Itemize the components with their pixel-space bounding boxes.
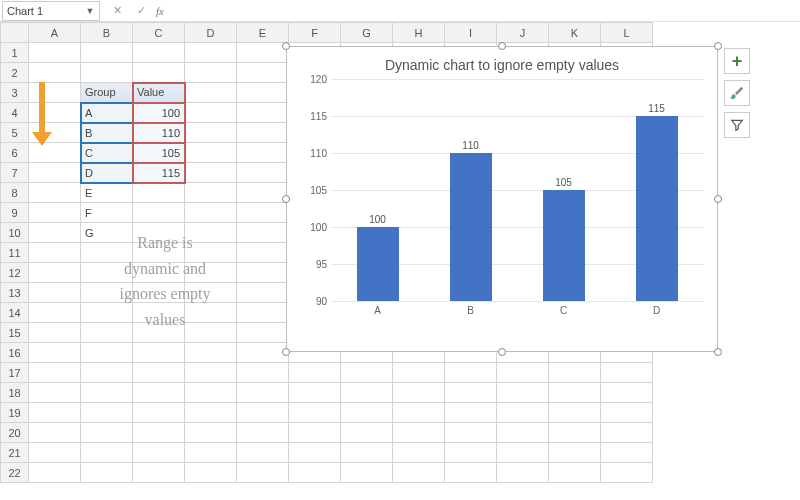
cell[interactable] <box>237 303 289 323</box>
row-header[interactable]: 5 <box>1 123 29 143</box>
cell[interactable] <box>81 63 133 83</box>
cell[interactable] <box>341 443 393 463</box>
cell[interactable] <box>497 403 549 423</box>
row-header[interactable]: 4 <box>1 103 29 123</box>
cell[interactable] <box>445 463 497 483</box>
cell[interactable] <box>289 403 341 423</box>
cell[interactable] <box>445 423 497 443</box>
cell[interactable]: F <box>81 203 133 223</box>
col-header[interactable]: D <box>185 23 237 43</box>
cell[interactable] <box>393 363 445 383</box>
fx-label[interactable]: fx <box>156 5 164 17</box>
cell[interactable] <box>133 423 185 443</box>
row-header[interactable]: 13 <box>1 283 29 303</box>
bar[interactable] <box>357 227 399 301</box>
resize-handle[interactable] <box>282 195 290 203</box>
cell[interactable] <box>29 443 81 463</box>
row-header[interactable]: 22 <box>1 463 29 483</box>
cell[interactable] <box>289 463 341 483</box>
cell[interactable] <box>81 403 133 423</box>
name-box[interactable]: Chart 1 ▼ <box>2 1 100 21</box>
cell[interactable] <box>185 423 237 443</box>
cell[interactable] <box>237 343 289 363</box>
row-header[interactable]: 20 <box>1 423 29 443</box>
row-header[interactable]: 10 <box>1 223 29 243</box>
resize-handle[interactable] <box>714 195 722 203</box>
cell[interactable] <box>445 443 497 463</box>
chevron-down-icon[interactable]: ▼ <box>85 6 95 16</box>
row-header[interactable]: 21 <box>1 443 29 463</box>
resize-handle[interactable] <box>282 42 290 50</box>
cell[interactable]: Value <box>133 83 185 103</box>
row-header[interactable]: 16 <box>1 343 29 363</box>
cell[interactable]: 100 <box>133 103 185 123</box>
cell[interactable] <box>237 283 289 303</box>
cell[interactable] <box>133 463 185 483</box>
cell[interactable] <box>185 403 237 423</box>
cell[interactable] <box>185 203 237 223</box>
cell[interactable] <box>549 403 601 423</box>
col-header[interactable]: F <box>289 23 341 43</box>
row-header[interactable]: 1 <box>1 43 29 63</box>
row-header[interactable]: 11 <box>1 243 29 263</box>
cell[interactable] <box>133 43 185 63</box>
resize-handle[interactable] <box>282 348 290 356</box>
row-header[interactable]: 2 <box>1 63 29 83</box>
cell[interactable] <box>237 43 289 63</box>
cell[interactable] <box>549 383 601 403</box>
cell[interactable] <box>29 63 81 83</box>
cell[interactable] <box>237 463 289 483</box>
cell[interactable] <box>81 343 133 363</box>
cell[interactable] <box>237 63 289 83</box>
cell[interactable] <box>237 83 289 103</box>
col-header[interactable]: K <box>549 23 601 43</box>
cell[interactable] <box>81 363 133 383</box>
cell[interactable] <box>497 443 549 463</box>
cell[interactable] <box>237 403 289 423</box>
col-header[interactable]: E <box>237 23 289 43</box>
cell[interactable] <box>133 183 185 203</box>
cell[interactable] <box>237 423 289 443</box>
cell[interactable] <box>29 283 81 303</box>
cell[interactable]: 110 <box>133 123 185 143</box>
cell[interactable] <box>237 443 289 463</box>
cell[interactable] <box>29 183 81 203</box>
cell[interactable] <box>237 263 289 283</box>
cell[interactable]: C <box>81 143 133 163</box>
cell[interactable]: Group <box>81 83 133 103</box>
cell[interactable] <box>29 423 81 443</box>
check-icon[interactable]: ✓ <box>132 2 150 20</box>
cell[interactable] <box>445 363 497 383</box>
chart-title[interactable]: Dynamic chart to ignore empty values <box>287 47 717 79</box>
cell[interactable] <box>393 383 445 403</box>
row-header[interactable]: 15 <box>1 323 29 343</box>
cell[interactable] <box>185 183 237 203</box>
cell[interactable] <box>393 403 445 423</box>
bar-group[interactable]: 100 <box>348 79 408 301</box>
resize-handle[interactable] <box>714 42 722 50</box>
cell[interactable] <box>81 43 133 63</box>
cell[interactable] <box>29 163 81 183</box>
cell[interactable]: E <box>81 183 133 203</box>
row-header[interactable]: 7 <box>1 163 29 183</box>
cell[interactable] <box>289 423 341 443</box>
row-header[interactable]: 19 <box>1 403 29 423</box>
cancel-icon[interactable]: ✕ <box>108 2 126 20</box>
select-all-corner[interactable] <box>1 23 29 43</box>
cell[interactable]: B <box>81 123 133 143</box>
col-header[interactable]: C <box>133 23 185 43</box>
col-header[interactable]: G <box>341 23 393 43</box>
cell[interactable] <box>445 383 497 403</box>
cell[interactable] <box>185 363 237 383</box>
cell[interactable] <box>29 223 81 243</box>
cell[interactable] <box>549 463 601 483</box>
cell[interactable] <box>185 143 237 163</box>
cell[interactable]: 105 <box>133 143 185 163</box>
cell[interactable] <box>497 383 549 403</box>
cell[interactable] <box>601 383 653 403</box>
cell[interactable] <box>29 403 81 423</box>
cell[interactable] <box>29 383 81 403</box>
cell[interactable] <box>81 383 133 403</box>
cell[interactable] <box>393 423 445 443</box>
col-header[interactable]: L <box>601 23 653 43</box>
